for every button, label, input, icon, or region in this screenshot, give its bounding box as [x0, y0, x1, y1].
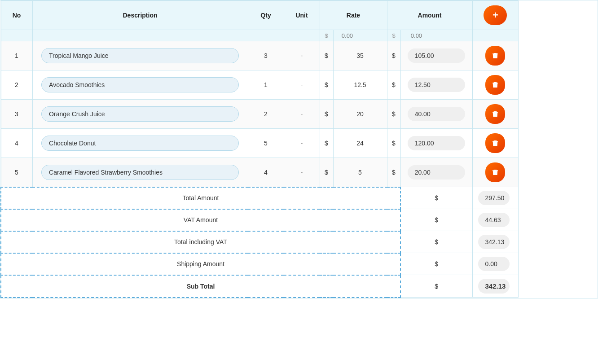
- item-description-cell[interactable]: [32, 70, 248, 100]
- subheader-rate-input[interactable]: [333, 30, 387, 41]
- item-unit: -: [284, 129, 320, 158]
- summary-label: Total including VAT: [1, 231, 400, 253]
- summary-action-empty: [519, 253, 597, 275]
- subheader-amount-currency: $: [387, 30, 400, 41]
- item-description-cell[interactable]: [32, 129, 248, 158]
- item-no: 1: [1, 41, 32, 70]
- header-qty: Qty: [248, 1, 284, 30]
- item-no: 5: [1, 158, 32, 187]
- summary-label: Shipping Amount: [1, 253, 400, 275]
- item-unit: -: [284, 158, 320, 187]
- summary-label: VAT Amount: [1, 209, 400, 231]
- summary-currency: $: [400, 275, 472, 298]
- summary-value: 44.63: [472, 209, 519, 231]
- summary-label: Sub Total: [1, 275, 400, 298]
- delete-item-button[interactable]: [485, 104, 505, 124]
- summary-action-empty: [519, 209, 597, 231]
- trash-icon: [492, 52, 499, 59]
- item-qty: 1: [248, 70, 284, 100]
- item-qty: 4: [248, 158, 284, 187]
- item-description-cell[interactable]: [32, 158, 248, 187]
- summary-action-empty: [519, 275, 597, 298]
- summary-currency: $: [400, 187, 472, 209]
- item-description-input[interactable]: [41, 136, 239, 151]
- item-amount-currency: $: [387, 158, 400, 187]
- table-row: 3 2 - $ 20 $ 40.00: [1, 100, 597, 129]
- trash-icon: [492, 169, 499, 176]
- item-amount-currency: $: [387, 41, 400, 70]
- trash-icon: [492, 140, 499, 147]
- item-description-cell[interactable]: [32, 100, 248, 129]
- summary-action-empty: [519, 231, 597, 253]
- table-row: 2 1 - $ 12.5 $ 12.50: [1, 70, 597, 100]
- shipping-input[interactable]: [478, 257, 510, 271]
- subheader-rate-currency: $: [320, 30, 333, 41]
- delete-item-button[interactable]: [485, 133, 505, 153]
- summary-row: Total Amount $ 297.50: [1, 187, 597, 209]
- item-description-input[interactable]: [41, 106, 239, 122]
- item-delete-cell[interactable]: [472, 100, 519, 129]
- item-unit: -: [284, 41, 320, 70]
- item-description-cell[interactable]: [32, 41, 248, 70]
- summary-row: Sub Total $ 342.13: [1, 275, 597, 298]
- summary-value[interactable]: [472, 253, 519, 275]
- item-rate-currency: $: [320, 100, 333, 129]
- item-no: 3: [1, 100, 32, 129]
- trash-icon: [492, 110, 499, 118]
- item-amount-currency: $: [387, 129, 400, 158]
- item-rate-currency: $: [320, 70, 333, 100]
- delete-item-button[interactable]: [485, 162, 505, 182]
- subheader-no-empty: [1, 30, 32, 41]
- item-qty: 3: [248, 41, 284, 70]
- summary-value: 342.13: [472, 275, 519, 298]
- rate-default-input[interactable]: [342, 32, 378, 39]
- item-amount-currency: $: [387, 70, 400, 100]
- header-unit: Unit: [284, 1, 320, 30]
- item-amount-currency: $: [387, 100, 400, 129]
- item-amount: 12.50: [400, 70, 472, 100]
- item-rate-currency: $: [320, 41, 333, 70]
- header-no: No: [1, 1, 32, 30]
- summary-action-empty: [519, 187, 597, 209]
- delete-item-button[interactable]: [485, 46, 505, 66]
- item-delete-cell[interactable]: [472, 41, 519, 70]
- item-unit: -: [284, 70, 320, 100]
- item-amount: 20.00: [400, 158, 472, 187]
- summary-row: Total including VAT $ 342.13: [1, 231, 597, 253]
- summary-currency: $: [400, 231, 472, 253]
- item-delete-cell[interactable]: [472, 129, 519, 158]
- amount-default-input[interactable]: [411, 32, 462, 39]
- item-delete-cell[interactable]: [472, 70, 519, 100]
- item-rate: 24: [333, 129, 387, 158]
- summary-value: 342.13: [472, 231, 519, 253]
- header-rate: Rate: [320, 1, 387, 30]
- item-rate: 35: [333, 41, 387, 70]
- summary-row: VAT Amount $ 44.63: [1, 209, 597, 231]
- item-amount: 105.00: [400, 41, 472, 70]
- item-delete-cell[interactable]: [472, 158, 519, 187]
- trash-icon: [492, 81, 499, 88]
- table-row: 1 3 - $ 35 $ 105.00: [1, 41, 597, 70]
- table-row: 5 4 - $ 5 $ 20.00: [1, 158, 597, 187]
- item-rate-currency: $: [320, 158, 333, 187]
- item-rate: 20: [333, 100, 387, 129]
- item-rate: 12.5: [333, 70, 387, 100]
- add-item-button[interactable]: +: [484, 5, 507, 25]
- item-amount: 120.00: [400, 129, 472, 158]
- item-description-input[interactable]: [41, 165, 239, 180]
- summary-currency: $: [400, 253, 472, 275]
- item-description-input[interactable]: [41, 48, 239, 63]
- subheader-amount-input[interactable]: [400, 30, 472, 41]
- delete-item-button[interactable]: [485, 75, 505, 95]
- header-action: +: [472, 1, 519, 30]
- item-description-input[interactable]: [41, 77, 239, 92]
- item-qty: 2: [248, 100, 284, 129]
- subheader-unit-empty: [284, 30, 320, 41]
- subheader-row: $ $: [1, 30, 597, 41]
- item-unit: -: [284, 100, 320, 129]
- item-no: 4: [1, 129, 32, 158]
- item-rate: 5: [333, 158, 387, 187]
- subheader-qty-empty: [248, 30, 284, 41]
- summary-currency: $: [400, 209, 472, 231]
- item-qty: 5: [248, 129, 284, 158]
